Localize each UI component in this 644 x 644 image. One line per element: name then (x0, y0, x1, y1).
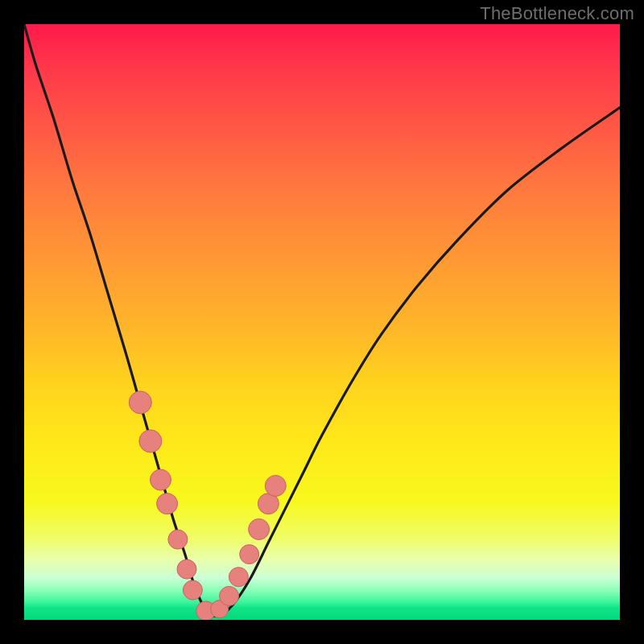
curve-marker (220, 586, 239, 605)
curve-marker (183, 580, 202, 600)
chart-svg (24, 24, 620, 620)
curve-marker (240, 545, 259, 564)
marker-group (129, 391, 286, 620)
bottleneck-curve (24, 24, 620, 617)
curve-marker (129, 391, 151, 414)
curve-marker (139, 430, 162, 452)
plot-area (24, 24, 620, 620)
curve-marker (157, 493, 178, 514)
curve-marker (265, 476, 286, 497)
watermark-text: TheBottleneck.com (480, 3, 634, 24)
curve-marker (249, 519, 270, 540)
curve-marker (177, 559, 196, 579)
chart-frame: TheBottleneck.com (0, 0, 644, 644)
curve-marker (168, 530, 188, 549)
curve-marker (151, 469, 171, 490)
curve-marker (229, 568, 248, 587)
